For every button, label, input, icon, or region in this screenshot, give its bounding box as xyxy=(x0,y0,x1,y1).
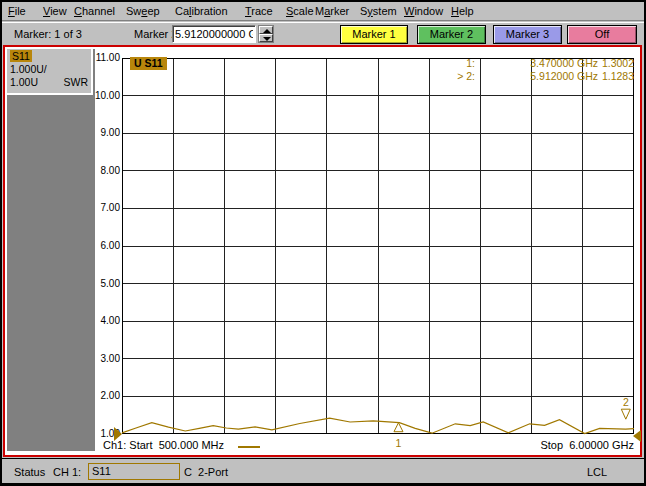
y-tick-label: 9.00 xyxy=(90,127,120,139)
y-tick-label: 4.00 xyxy=(90,315,120,327)
measurement-box: S11 xyxy=(88,463,180,480)
menu-file[interactable]: File xyxy=(6,4,28,18)
menu-bar: File View Channel Sweep Calibration Trac… xyxy=(2,2,644,21)
trace-format-text: SWR xyxy=(64,76,89,89)
marker-frequency-input[interactable] xyxy=(172,25,256,43)
marker-readout-1-freq: 3.470000 GHz xyxy=(480,57,598,69)
marker-status-text: Marker: 1 of 3 xyxy=(14,28,82,40)
trace-name-badge: S11 xyxy=(10,50,32,62)
y-tick-label: 5.00 xyxy=(90,278,120,290)
sweep-stop-label: Stop 6.00000 GHz xyxy=(435,439,634,451)
marker-3-button[interactable]: Marker 3 xyxy=(493,25,562,44)
spinner-down-button[interactable] xyxy=(259,34,273,42)
marker-field-label: Marker 2 xyxy=(134,28,177,40)
ref-level-indicator-right[interactable] xyxy=(633,430,641,442)
y-tick-label: 11.00 xyxy=(90,52,120,64)
control-mode-text: LCL xyxy=(587,466,607,478)
measurement-text: S11 xyxy=(92,465,111,477)
status-bar: Status CH 1: S11 C 2-Port LCL xyxy=(2,458,644,483)
trace-status-panel: S11 1.000U/ 1.00U SWR xyxy=(7,49,95,451)
menu-system[interactable]: System xyxy=(358,4,399,18)
y-tick-label: 3.00 xyxy=(90,353,120,365)
cal-status-text: C 2-Port xyxy=(184,466,228,478)
marker-2-symbol[interactable] xyxy=(621,409,630,419)
y-tick-label: 6.00 xyxy=(90,240,120,252)
channel-label: CH 1: xyxy=(53,466,81,478)
channel-window: S11 1.000U/ 1.00U SWR 11.0010.009.008.00… xyxy=(3,45,642,457)
marker-toolbar: Marker: 1 of 3 Marker 2 Marker 1 Marker … xyxy=(2,22,644,45)
trace-color-legend-icon xyxy=(238,446,260,448)
y-tick-label: 7.00 xyxy=(90,202,120,214)
marker-off-button[interactable]: Off xyxy=(567,25,637,44)
active-trace-label[interactable]: U S11 xyxy=(130,57,167,70)
menu-marker[interactable]: Marker xyxy=(313,4,351,18)
marker-2-button[interactable]: Marker 2 xyxy=(417,25,486,44)
trace-status-box[interactable]: S11 1.000U/ 1.00U SWR xyxy=(7,49,93,95)
menu-sweep[interactable]: Sweep xyxy=(124,4,162,18)
menu-calibration[interactable]: Calibration xyxy=(173,4,230,18)
menu-channel[interactable]: Channel xyxy=(72,4,117,18)
spinner-up-button[interactable] xyxy=(259,26,273,34)
marker-readout-2-num: > 2: xyxy=(420,70,475,82)
marker-1-label: 1 xyxy=(396,437,402,449)
sweep-start-label: Ch1: Start 500.000 MHz xyxy=(103,439,224,451)
marker-2-label: 2 xyxy=(623,396,629,408)
spinner-down-icon xyxy=(263,37,271,41)
menu-trace[interactable]: Trace xyxy=(243,4,275,18)
menu-help[interactable]: Help xyxy=(449,4,476,18)
menu-view[interactable]: View xyxy=(41,4,69,18)
trace-scale-text: 1.000U/ xyxy=(10,63,88,76)
plot-area: 12 xyxy=(122,58,634,434)
marker-readout-2-value: 1.1283 xyxy=(594,70,634,82)
menu-window[interactable]: Window xyxy=(402,4,445,18)
menu-scale[interactable]: Scale xyxy=(284,4,316,18)
marker-1-button[interactable]: Marker 1 xyxy=(340,25,408,44)
status-label: Status xyxy=(14,466,45,478)
y-tick-label: 10.00 xyxy=(90,90,120,102)
spinner-up-icon xyxy=(263,29,271,33)
y-tick-label: 2.00 xyxy=(90,390,120,402)
y-axis-labels: 11.0010.009.008.007.006.005.004.003.002.… xyxy=(90,47,120,459)
marker-readout-2-freq: 5.912000 GHz xyxy=(480,70,598,82)
window-chrome: File View Channel Sweep Calibration Trac… xyxy=(2,2,644,483)
trace-ref-text: 1.00U xyxy=(10,76,38,89)
vna-application-window: File View Channel Sweep Calibration Trac… xyxy=(0,0,646,486)
frequency-spinner xyxy=(258,25,274,43)
marker-readout-1-value: 1.3002 xyxy=(594,57,634,69)
marker-readout-1-num: 1: xyxy=(420,57,475,69)
y-tick-label: 8.00 xyxy=(90,165,120,177)
